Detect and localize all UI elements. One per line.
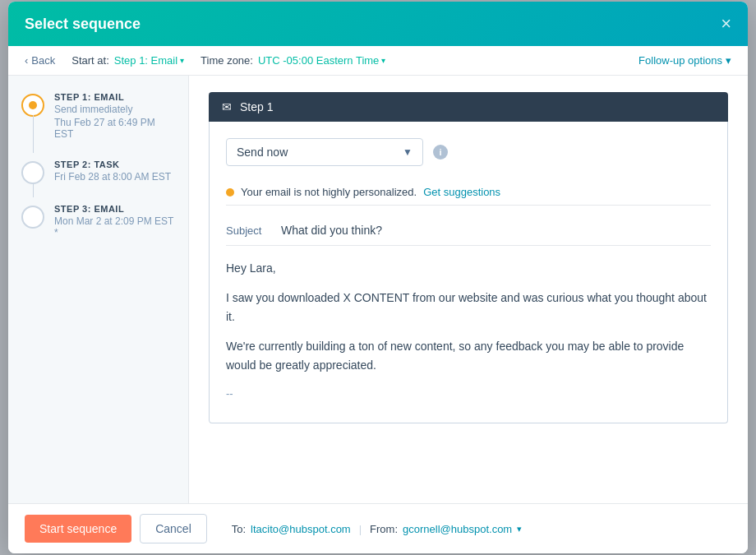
send-now-label: Send now xyxy=(237,146,288,159)
step3-sub1: Mon Mar 2 at 2:09 PM EST * xyxy=(54,215,175,238)
close-button[interactable]: × xyxy=(721,15,731,33)
timezone-value: UTC -05:00 Eastern Time xyxy=(258,54,379,67)
footer-separator: | xyxy=(359,523,362,535)
select-sequence-modal: Select sequence × ‹ Back Start at: Step … xyxy=(8,2,748,553)
back-chevron-icon: ‹ xyxy=(25,54,28,67)
send-now-dropdown[interactable]: Send now ▼ xyxy=(226,138,423,166)
step3-label: STEP 3: EMAIL xyxy=(54,204,175,214)
send-dropdown-arrow-icon: ▼ xyxy=(403,146,413,158)
content-area: ✉ Step 1 Send now ▼ i Your em xyxy=(189,76,748,503)
step-header-label: Step 1 xyxy=(240,100,273,113)
sidebar-item-step3[interactable]: STEP 3: EMAIL Mon Mar 2 at 2:09 PM EST * xyxy=(21,204,175,238)
back-link[interactable]: ‹ Back xyxy=(25,54,55,67)
nav-left: ‹ Back Start at: Step 1: Email ▾ Time zo… xyxy=(25,54,385,67)
cancel-button[interactable]: Cancel xyxy=(140,514,207,543)
start-at-label: Start at: xyxy=(71,54,109,67)
start-at-nav-item: Start at: Step 1: Email ▾ xyxy=(71,54,184,67)
modal-footer: Start sequence Cancel To: ltacito@hubspo… xyxy=(8,503,748,553)
start-sequence-button[interactable]: Start sequence xyxy=(25,515,131,543)
subject-label: Subject xyxy=(226,224,271,237)
start-at-dropdown[interactable]: Step 1: Email ▾ xyxy=(114,54,184,67)
start-at-chevron-icon: ▾ xyxy=(180,56,184,65)
step-content-header: ✉ Step 1 xyxy=(209,92,728,122)
step1-sub1: Send immediately xyxy=(54,104,175,115)
step2-sub1: Fri Feb 28 at 8:00 AM EST xyxy=(54,171,175,183)
info-icon[interactable]: i xyxy=(433,145,448,160)
step1-label: STEP 1: EMAIL xyxy=(54,92,175,102)
step1-sub2: Thu Feb 27 at 6:49 PM EST xyxy=(54,117,175,140)
step3-dot xyxy=(29,213,37,221)
from-email-chevron-icon[interactable]: ▾ xyxy=(517,524,522,534)
email-para2: We're currently building a ton of new co… xyxy=(226,337,711,374)
step1-info: STEP 1: EMAIL Send immediately Thu Feb 2… xyxy=(54,92,175,140)
step2-label: STEP 2: TASK xyxy=(54,160,175,169)
get-suggestions-link[interactable]: Get suggestions xyxy=(423,186,500,198)
modal-header: Select sequence × xyxy=(8,2,748,46)
footer-email-info: To: ltacito@hubspot.com | From: gcornell… xyxy=(232,523,522,535)
orange-dot-icon xyxy=(226,188,234,197)
from-email[interactable]: gcornell@hubspot.com xyxy=(403,523,512,535)
email-para1: I saw you downloaded X CONTENT from our … xyxy=(226,289,711,326)
modal-title: Select sequence xyxy=(25,16,141,33)
back-label: Back xyxy=(31,54,55,67)
step1-dot xyxy=(29,101,37,109)
email-greeting: Hey Lara, xyxy=(226,259,711,277)
timezone-nav-item: Time zone: UTC -05:00 Eastern Time ▾ xyxy=(201,54,385,67)
follow-up-label: Follow-up options xyxy=(638,54,722,67)
modal-body: STEP 1: EMAIL Send immediately Thu Feb 2… xyxy=(8,76,748,503)
step2-dot xyxy=(29,169,37,177)
subject-row: Subject What did you think? xyxy=(226,215,711,246)
email-signature: -- xyxy=(226,386,711,403)
step1-circle xyxy=(21,94,44,117)
send-row: Send now ▼ i xyxy=(226,138,711,166)
sidebar-item-step2[interactable]: STEP 2: TASK Fri Feb 28 at 8:00 AM EST xyxy=(21,160,175,184)
start-at-value: Step 1: Email xyxy=(114,54,177,67)
timezone-label: Time zone: xyxy=(201,54,253,67)
timezone-dropdown[interactable]: UTC -05:00 Eastern Time ▾ xyxy=(258,54,385,67)
from-label: From: xyxy=(370,523,398,535)
modal-nav: ‹ Back Start at: Step 1: Email ▾ Time zo… xyxy=(8,46,748,76)
email-body: Hey Lara, I saw you downloaded X CONTENT… xyxy=(226,259,711,403)
steps-sidebar: STEP 1: EMAIL Send immediately Thu Feb 2… xyxy=(8,76,189,503)
step-content-body: Send now ▼ i Your email is not highly pe… xyxy=(209,122,728,423)
sidebar-item-step1[interactable]: STEP 1: EMAIL Send immediately Thu Feb 2… xyxy=(21,92,175,140)
personalization-note: Your email is not highly personalized. G… xyxy=(226,179,711,206)
envelope-icon: ✉ xyxy=(222,100,232,113)
step3-info: STEP 3: EMAIL Mon Mar 2 at 2:09 PM EST * xyxy=(54,204,175,238)
step3-circle xyxy=(21,206,44,229)
step2-info: STEP 2: TASK Fri Feb 28 at 8:00 AM EST xyxy=(54,160,175,184)
subject-value: What did you think? xyxy=(281,224,382,237)
to-email[interactable]: ltacito@hubspot.com xyxy=(251,523,351,535)
step2-circle xyxy=(21,161,44,184)
follow-up-options-button[interactable]: Follow-up options ▾ xyxy=(638,54,731,67)
to-label: To: xyxy=(232,523,246,535)
timezone-chevron-icon: ▾ xyxy=(381,56,385,65)
follow-up-chevron-icon: ▾ xyxy=(726,54,731,67)
personalization-text: Your email is not highly personalized. xyxy=(241,186,417,198)
